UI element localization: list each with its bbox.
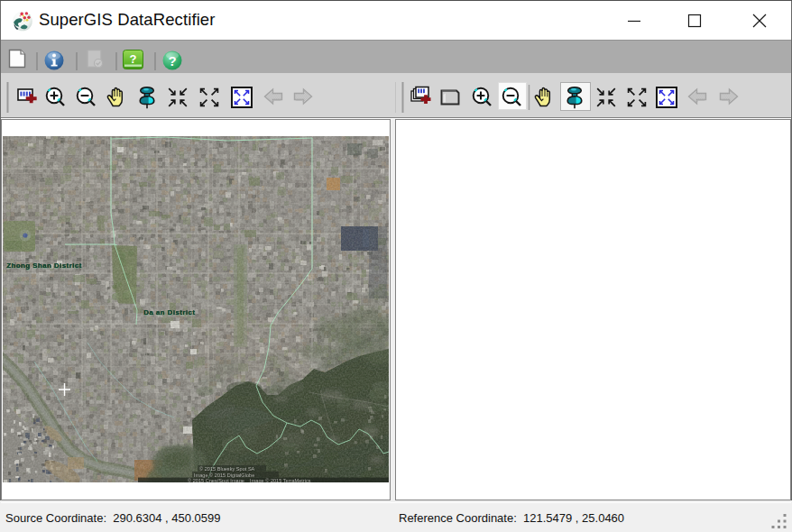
svg-text:?: ? [168,53,176,69]
svg-text:© 2015 Bluesky Spot SA: © 2015 Bluesky Spot SA [199,466,255,472]
svg-text:© 2015 Cnes/Spot Image Imag: © 2015 Cnes/Spot Image Image © 2015 Terr… [188,478,311,482]
svg-text:?: ? [130,52,137,66]
svg-text:Da an District: Da an District [143,308,195,316]
svg-text:Zhong Shan District: Zhong Shan District [6,261,82,270]
